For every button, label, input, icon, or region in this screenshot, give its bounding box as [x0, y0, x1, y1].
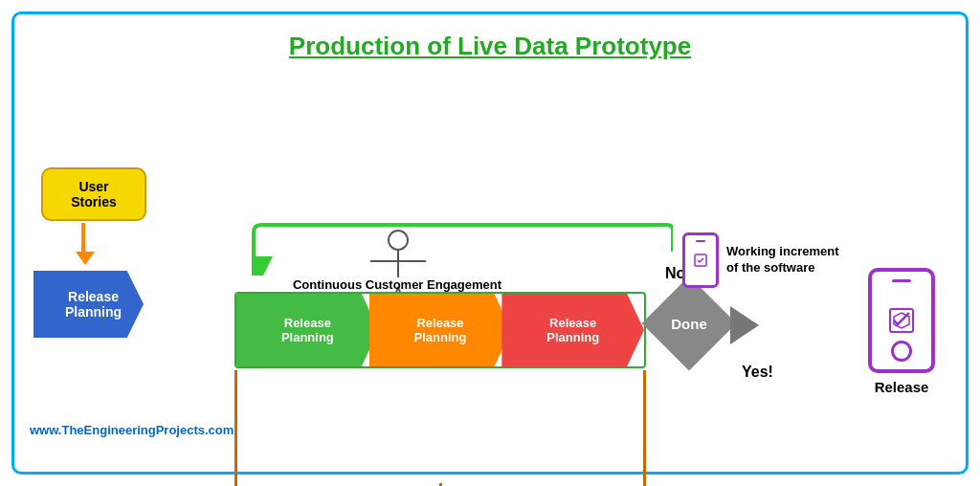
release-planning-blue: ReleasePlanning [33, 271, 167, 338]
chevron-blue-body: ReleasePlanning [33, 271, 144, 338]
small-phone [682, 232, 719, 288]
stickman [388, 230, 409, 277]
loop-arrow [252, 223, 673, 276]
stickman-label: Continuous Customer Engagement [292, 277, 502, 292]
chevron-blue-shape: ReleasePlanning [33, 271, 167, 338]
small-phone-icon [692, 252, 709, 269]
sprint-2: ReleasePlanning [369, 294, 512, 366]
sprint-1-label: ReleasePlanning [274, 316, 342, 344]
release-planning-blue-label: ReleasePlanning [65, 289, 122, 320]
user-stories-label: User Stories [71, 179, 116, 210]
stickman-head [388, 230, 409, 251]
working-increment-label: Working increment of the software [726, 244, 841, 276]
yes-label: Yes! [742, 364, 773, 381]
small-phone-wrap: Working increment of the software [682, 232, 841, 288]
done-label: Done [656, 290, 723, 357]
large-phone-box-icon [884, 303, 919, 338]
distillation-bracket [234, 370, 646, 486]
sprint-3-label: ReleasePlanning [539, 316, 607, 344]
diagram-area: User Stories ReleasePlanning [14, 81, 966, 443]
page-title: Production of Live Data Prototype [14, 14, 966, 61]
sprint-2-label: ReleasePlanning [407, 316, 475, 344]
stickman-body [397, 251, 399, 277]
sprint-3: ReleasePlanning [501, 294, 644, 366]
release-label: Release [875, 379, 929, 395]
play-arrow [730, 306, 759, 344]
loop-arrow-svg [252, 223, 673, 276]
large-phone-wrap: Release [868, 268, 935, 395]
user-stories-box: User Stories [41, 167, 146, 221]
sprint-box: ReleasePlanning ReleasePlanning ReleaseP… [234, 292, 646, 368]
stickman-arms [370, 260, 426, 262]
large-phone [868, 268, 935, 373]
main-container: Production of Live Data Prototype User S… [11, 11, 969, 475]
sprint-1: ReleasePlanning [236, 294, 379, 366]
website-label: www.TheEngineeringProjects.com [30, 423, 234, 437]
